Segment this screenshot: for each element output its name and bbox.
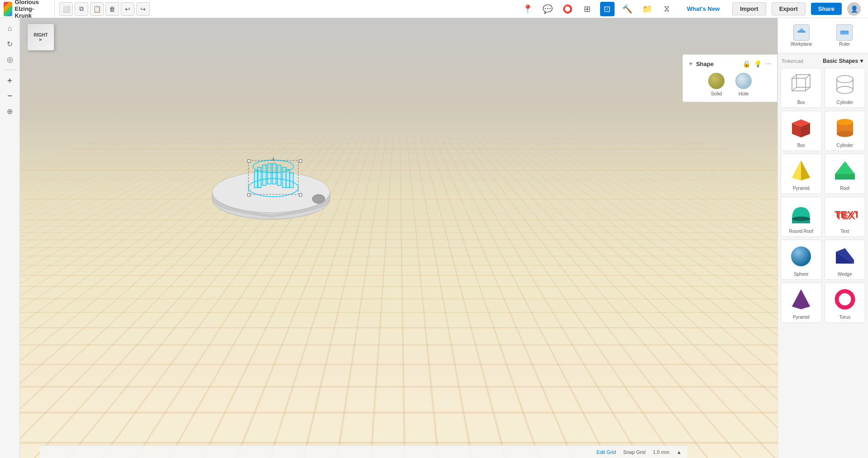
whats-new-button[interactable]: What's New [680, 3, 727, 15]
shapes-provider-label: Tinkercad [782, 58, 803, 64]
zoom-in-button[interactable]: + [3, 74, 17, 87]
right-panel-collapse-btn[interactable]: › [777, 229, 778, 247]
svg-rect-17 [248, 194, 250, 196]
edit-grid-label[interactable]: Edit Grid [596, 449, 616, 455]
dropdown-arrow: ▼ [859, 58, 864, 64]
svg-rect-16 [299, 160, 302, 162]
delete-button[interactable]: 🗑 [105, 2, 119, 16]
svg-rect-6 [267, 164, 271, 184]
right-panel-tools: Workplane Ruler [778, 18, 868, 53]
svg-marker-61 [792, 289, 810, 309]
tinkercad-logo-icon [4, 2, 12, 16]
shape-item-torus[interactable]: Torus [825, 283, 866, 323]
svg-rect-21 [797, 32, 806, 33]
shape-item-box-solid[interactable]: Box [781, 111, 822, 151]
view-cube[interactable]: RIGHT ▶ [27, 24, 54, 51]
bracket-icon-btn[interactable]: ⧖ [660, 2, 674, 16]
zoom-out-button[interactable]: − [3, 89, 17, 103]
shape-item-pyramid2[interactable]: Pyramid [781, 283, 822, 323]
shape-label-round-roof: Round Roof [789, 229, 813, 234]
svg-line-32 [806, 75, 810, 78]
location-icon-btn[interactable]: 📍 [520, 2, 535, 16]
shape-item-text[interactable]: TEXT TEXT Text [825, 197, 866, 237]
3d-view-btn[interactable]: ⊡ [600, 2, 615, 16]
main-area: ⌂ ↻ ◎ + − ⊕ RIGHT ▶ [0, 18, 868, 458]
export-button[interactable]: Export [772, 2, 806, 15]
svg-marker-59 [836, 248, 854, 264]
new-button[interactable]: ⬜ [59, 2, 73, 16]
shape-thumb-torus [831, 286, 858, 313]
viewport[interactable]: RIGHT ▶ [20, 18, 777, 458]
shape-more-btn[interactable]: ⋯ [765, 60, 772, 67]
shape-label-box-wire: Box [797, 100, 805, 105]
shapes-library: Tinkercad Basic Shapes ▼ [778, 53, 868, 458]
shape-thumb-cyl-wire [831, 71, 858, 98]
snap-grid-label: Snap Grid [623, 449, 646, 455]
shape-lock-btn[interactable]: 🔒 [743, 60, 750, 67]
home-view-button[interactable]: ⌂ [3, 22, 17, 35]
hole-option[interactable]: Hole [735, 73, 752, 96]
svg-point-36 [837, 86, 853, 94]
snap-grid-value[interactable]: 1.0 mm [653, 449, 669, 455]
shape-item-cyl-solid[interactable]: Cylinder [825, 111, 866, 151]
top-bar: Glorious Elzing-Krunk ⬜ ⧉ 📋 🗑 ↩ ↪ 📍 💬 ⭕ … [0, 0, 868, 18]
shape-thumb-sphere [787, 243, 815, 270]
shape-item-round-roof[interactable]: Round Roof [781, 197, 822, 237]
solid-label: Solid [711, 91, 722, 96]
paste-button[interactable]: 📋 [90, 2, 104, 16]
svg-rect-8 [277, 165, 281, 185]
shape-item-wedge[interactable]: Wedge [825, 240, 866, 280]
shape-item-roof[interactable]: Roof [825, 154, 866, 194]
shape-light-btn[interactable]: 💡 [754, 60, 762, 67]
shape-item-pyramid[interactable]: Pyramid [781, 154, 822, 194]
folder-icon-btn[interactable]: 📁 [640, 2, 654, 16]
shape-label-box-solid: Box [797, 143, 805, 148]
circle-icon-btn[interactable]: ⭕ [560, 2, 575, 16]
undo-button[interactable]: ↩ [121, 2, 134, 16]
shape-label-cyl-wire: Cylinder [836, 100, 853, 105]
import-button[interactable]: Import [732, 2, 766, 15]
shape-item-cyl-wire[interactable]: Cylinder [825, 68, 866, 108]
ruler-label: Ruler [839, 42, 850, 47]
shape-label-cyl-solid: Cylinder [836, 143, 853, 148]
logo-area: Glorious Elzing-Krunk [0, 0, 54, 19]
ruler-button[interactable]: Ruler [825, 22, 865, 49]
shape-thumb-round-roof [787, 200, 815, 227]
shape-thumb-pyramid [787, 157, 815, 184]
shape-item-sphere[interactable]: Sphere [781, 240, 822, 280]
share-button[interactable]: Share [811, 3, 842, 15]
svg-rect-18 [299, 194, 302, 196]
hammer-icon-btn[interactable]: 🔨 [620, 2, 634, 16]
shape-item-box-wire[interactable]: Box [781, 68, 822, 108]
rotate-view-button[interactable]: ↻ [3, 37, 17, 51]
grid-icon-btn[interactable]: ⊞ [580, 2, 595, 16]
svg-point-53 [792, 217, 810, 221]
svg-marker-50 [835, 161, 855, 174]
workplane-icon [793, 24, 810, 41]
shape-thumb-wedge [831, 243, 858, 270]
fit-view-button[interactable]: ⊕ [3, 104, 17, 118]
orbit-button[interactable]: ◎ [3, 52, 17, 66]
redo-button[interactable]: ↪ [136, 2, 150, 16]
shape-thumb-cyl-solid [831, 114, 858, 141]
toolbar-right: 📍 💬 ⭕ ⊞ ⊡ 🔨 📁 ⧖ What's New Import Export… [513, 2, 868, 16]
shape-panel-header: ▼ Shape 🔒 💡 ⋯ [688, 60, 772, 67]
solid-option[interactable]: Solid [708, 73, 725, 96]
svg-rect-51 [835, 174, 855, 179]
shapes-category-dropdown[interactable]: Basic Shapes ▼ [823, 58, 864, 64]
svg-point-56 [791, 246, 811, 266]
copy-button[interactable]: ⧉ [75, 2, 88, 16]
shape-panel-title: Shape [696, 61, 714, 67]
workplane-label: Workplane [791, 42, 812, 47]
svg-rect-11 [254, 171, 258, 188]
svg-rect-15 [248, 160, 250, 162]
chat-icon-btn[interactable]: 💬 [540, 2, 555, 16]
workplane-button[interactable]: Workplane [782, 22, 821, 49]
toolbar-left: ⬜ ⧉ 📋 🗑 ↩ ↪ [54, 0, 154, 18]
left-controls: ⌂ ↻ ◎ + − ⊕ [0, 18, 20, 458]
user-avatar[interactable]: 👤 [847, 2, 861, 16]
svg-rect-12 [290, 173, 293, 188]
svg-marker-46 [801, 161, 810, 180]
svg-rect-20 [273, 157, 274, 161]
ruler-icon [836, 24, 853, 41]
